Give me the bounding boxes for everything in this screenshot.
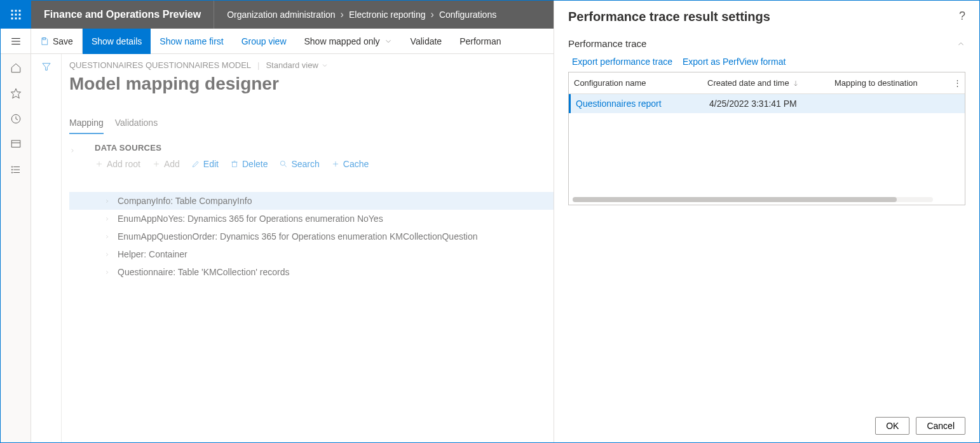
svg-rect-4 xyxy=(15,14,17,16)
tab-validations[interactable]: Validations xyxy=(115,118,158,134)
tree-node-label: CompanyInfo: Table CompanyInfo xyxy=(118,196,252,206)
chevron-down-icon xyxy=(384,37,393,46)
caret-right-icon xyxy=(104,269,110,275)
sort-desc-icon xyxy=(792,79,800,87)
performance-trace-section-header[interactable]: Performance trace xyxy=(568,32,965,53)
grid-column-options[interactable]: ⋮ xyxy=(949,78,965,88)
export-perfview-link[interactable]: Export as PerfView format xyxy=(683,57,786,67)
filter-column[interactable] xyxy=(31,54,62,442)
delete-button[interactable]: Delete xyxy=(230,159,268,169)
tree-node-label: EnumAppQuestionOrder: Dynamics 365 for O… xyxy=(118,231,478,242)
chevron-down-icon xyxy=(321,62,329,69)
trace-grid: Configuration name Created date and time… xyxy=(568,72,965,205)
edit-button[interactable]: Edit xyxy=(191,159,219,169)
validate-label: Validate xyxy=(411,36,442,46)
trace-actions: Export performance trace Export as PerfV… xyxy=(568,53,965,72)
chevron-right-icon: › xyxy=(341,9,344,20)
product-title: Finance and Operations Preview xyxy=(31,1,214,29)
clock-icon xyxy=(10,113,22,125)
filter-icon xyxy=(41,62,51,72)
waffle-icon xyxy=(10,9,22,20)
workspace-icon xyxy=(10,139,22,150)
plus-icon xyxy=(152,160,161,168)
nav-modules[interactable] xyxy=(1,158,31,181)
ok-button[interactable]: OK xyxy=(875,417,909,435)
help-button[interactable]: ? xyxy=(959,10,965,23)
nav-home[interactable] xyxy=(1,57,31,79)
breadcrumb: Organization administration › Electronic… xyxy=(214,9,496,20)
page-caption: QUESTIONNAIRES QUESTIONNAIRES MODEL xyxy=(69,60,251,70)
app-launcher-button[interactable] xyxy=(1,1,31,29)
help-icon: ? xyxy=(959,10,965,22)
cancel-button[interactable]: Cancel xyxy=(916,417,965,435)
plus-icon xyxy=(331,160,340,168)
export-performance-trace-link[interactable]: Export performance trace xyxy=(572,57,672,67)
breadcrumb-item[interactable]: Organization administration xyxy=(227,10,335,20)
show-details-button[interactable]: Show details xyxy=(83,29,151,54)
page-meta: QUESTIONNAIRES QUESTIONNAIRES MODEL | St… xyxy=(69,60,329,70)
svg-rect-8 xyxy=(19,18,21,20)
view-selector[interactable]: Standard view xyxy=(266,60,328,70)
search-icon xyxy=(279,160,288,168)
tree-node-label: EnumAppNoYes: Dynamics 365 for Operation… xyxy=(118,214,383,224)
save-label: Save xyxy=(53,36,73,46)
svg-rect-2 xyxy=(19,10,21,12)
view-label: Standard view xyxy=(266,60,318,70)
panel-footer: OK Cancel xyxy=(554,409,979,442)
breadcrumb-item[interactable]: Electronic reporting xyxy=(349,10,426,20)
panel-title: Performance trace result settings xyxy=(568,10,770,24)
configuration-link[interactable]: Questionnaires report xyxy=(576,99,662,109)
section-expand[interactable] xyxy=(69,146,76,156)
svg-rect-5 xyxy=(19,14,21,16)
show-mapped-only-button[interactable]: Show mapped only xyxy=(296,29,402,54)
save-button[interactable]: Save xyxy=(31,29,83,54)
add-button: Add xyxy=(152,159,180,169)
hamburger-button[interactable] xyxy=(1,29,31,53)
nav-recent[interactable] xyxy=(1,107,31,130)
edit-icon xyxy=(191,160,200,168)
search-button[interactable]: Search xyxy=(279,159,319,169)
svg-marker-13 xyxy=(11,89,20,99)
show-name-first-button[interactable]: Show name first xyxy=(151,29,232,54)
group-view-button[interactable]: Group view xyxy=(233,29,296,54)
cache-button[interactable]: Cache xyxy=(331,159,369,169)
col-configuration-name[interactable]: Configuration name xyxy=(569,78,702,88)
chevron-up-icon xyxy=(956,39,965,48)
caret-right-icon xyxy=(104,234,110,240)
show-details-label: Show details xyxy=(92,36,142,46)
svg-rect-1 xyxy=(15,10,17,12)
hamburger-icon xyxy=(10,36,22,47)
tree-node-label: Questionnaire: Table 'KMCollection' reco… xyxy=(118,267,289,277)
col-created-date[interactable]: Created date and time xyxy=(702,78,829,88)
home-icon xyxy=(10,62,22,74)
svg-rect-3 xyxy=(11,14,13,16)
col-mapping-destination[interactable]: Mapping to destination xyxy=(829,78,949,88)
performance-button[interactable]: Performan xyxy=(451,29,510,54)
save-icon xyxy=(40,37,49,46)
list-icon xyxy=(10,164,22,175)
scrollbar-thumb[interactable] xyxy=(573,197,897,202)
chevron-right-icon: › xyxy=(431,9,434,20)
caret-right-icon xyxy=(104,216,110,222)
separator: | xyxy=(257,60,259,70)
grid-header: Configuration name Created date and time… xyxy=(569,72,965,94)
left-nav-rail xyxy=(1,54,31,442)
grid-row[interactable]: Questionnaires report 4/25/2022 3:31:41 … xyxy=(569,94,965,113)
caret-right-icon xyxy=(69,147,76,154)
horizontal-scrollbar[interactable] xyxy=(573,197,933,202)
add-root-button: Add root xyxy=(95,159,140,169)
created-cell: 4/25/2022 3:31:41 PM xyxy=(704,99,831,109)
nav-favorites[interactable] xyxy=(1,82,31,105)
performance-label: Performan xyxy=(459,36,501,46)
svg-point-31 xyxy=(281,161,285,165)
section-label: Performance trace xyxy=(568,38,646,49)
plus-icon xyxy=(95,160,104,168)
tab-mapping[interactable]: Mapping xyxy=(69,118,104,134)
breadcrumb-item[interactable]: Configurations xyxy=(439,10,496,20)
validate-button[interactable]: Validate xyxy=(402,29,451,54)
svg-rect-15 xyxy=(11,140,20,147)
svg-rect-0 xyxy=(11,10,13,12)
show-name-first-label: Show name first xyxy=(160,36,223,46)
nav-workspaces[interactable] xyxy=(1,133,31,156)
page-title: Model mapping designer xyxy=(69,74,329,94)
